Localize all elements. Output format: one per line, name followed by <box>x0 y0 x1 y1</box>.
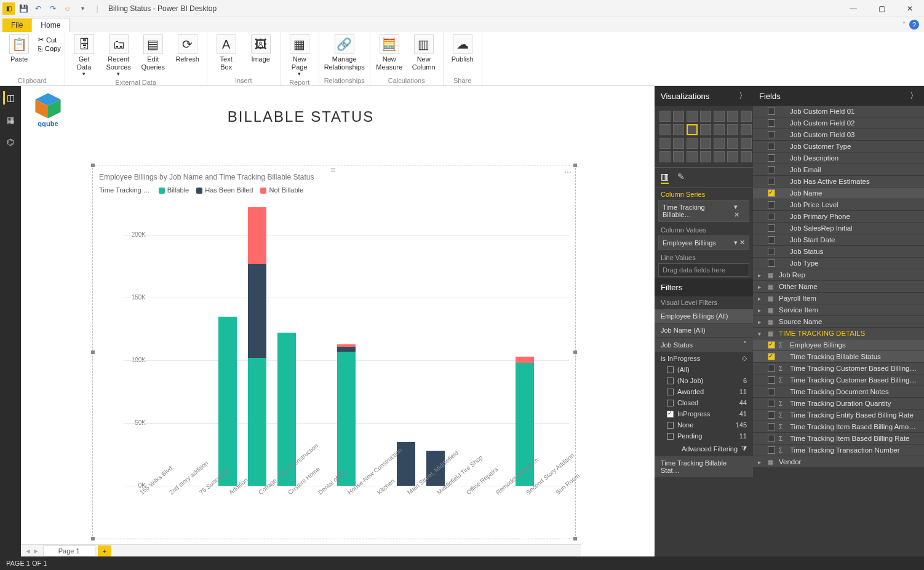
field-time-tracking-item-based-billing-rate[interactable]: ΣTime Tracking Item Based Billing Rate <box>753 433 924 444</box>
filter-time-tracking[interactable]: Time Tracking Billable Stat… <box>655 456 753 477</box>
collapse-viz-icon[interactable]: 〉 <box>739 90 747 101</box>
field-vendor[interactable]: ▸▦Vendor <box>753 456 924 467</box>
field-time-tracking-customer-based-billing-[interactable]: ΣTime Tracking Customer Based Billing… <box>753 363 924 374</box>
report-view-icon[interactable]: ◫ <box>3 91 17 105</box>
tab-file[interactable]: File <box>2 18 31 32</box>
legend-not-billable[interactable]: Not Billable <box>260 186 303 194</box>
field-job-has-active-estimates[interactable]: Job Has Active Estimates <box>753 176 924 187</box>
collapse-fields-icon[interactable]: 〉 <box>910 90 918 101</box>
recent-sources-button[interactable]: 🗂Recent Sources▾ <box>103 33 134 77</box>
field-job-name[interactable]: Job Name <box>753 188 924 199</box>
new-measure-button[interactable]: 🧮New Measure <box>374 33 405 71</box>
manage-relationships-button[interactable]: 🔗Manage Relationships <box>323 33 366 71</box>
qqube-logo: qqube <box>30 91 66 128</box>
svg-text:qqube: qqube <box>38 120 58 127</box>
filter-option-inprogress[interactable]: InProgress41 <box>655 408 753 419</box>
text-box-button[interactable]: AText Box <box>211 33 242 71</box>
field-time-tracking-billable-status[interactable]: Time Tracking Billable Status <box>753 351 924 362</box>
model-view-icon[interactable]: ⌬ <box>4 135 17 149</box>
filter-option--no-job-[interactable]: (No Job)6 <box>655 375 753 386</box>
chart-plot: 0K50K100K150K200K155 Wilks Blvd.2nd stor… <box>97 197 572 535</box>
field-job-email[interactable]: Job Email <box>753 164 924 175</box>
bar-addition[interactable] <box>218 317 237 486</box>
smiley-icon[interactable]: ☺ <box>62 2 74 15</box>
help-icon[interactable]: ? <box>909 20 919 30</box>
refresh-button[interactable]: ⟳Refresh <box>172 33 203 63</box>
bar-cottage-new-construction[interactable] <box>248 207 266 486</box>
field-time-tracking-customer-based-billing-[interactable]: ΣTime Tracking Customer Based Billing… <box>753 374 924 386</box>
image-button[interactable]: 🖼Image <box>245 33 276 63</box>
next-page-icon[interactable]: ► <box>33 547 39 555</box>
field-time-tracking-duration-quantity[interactable]: ΣTime Tracking Duration Quantity <box>753 398 924 409</box>
field-employee-billings[interactable]: ΣEmployee Billings <box>753 339 924 350</box>
field-time-tracking-item-based-billing-amou-[interactable]: ΣTime Tracking Item Based Billing Amou… <box>753 421 924 432</box>
field-job-custom-field-02[interactable]: Job Custom Field 02 <box>753 117 924 129</box>
field-job-start-date[interactable]: Job Start Date <box>753 234 924 245</box>
field-time-tracking-transaction-number[interactable]: ΣTime Tracking Transaction Number <box>753 445 924 456</box>
field-job-salesrep-initial[interactable]: Job SalesRep Initial <box>753 223 924 234</box>
field-job-custom-field-01[interactable]: Job Custom Field 01 <box>753 106 924 117</box>
viz-gallery[interactable] <box>655 106 753 167</box>
view-rail: ◫ ▦ ⌬ <box>0 86 21 556</box>
minimize-button[interactable]: — <box>839 0 867 17</box>
field-job-price-level[interactable]: Job Price Level <box>753 199 924 210</box>
field-service-item[interactable]: ▸▦Service Item <box>753 304 924 315</box>
page-tab-1[interactable]: Page 1 <box>43 545 95 556</box>
filter-option--all-[interactable]: (All) <box>655 364 753 375</box>
legend-billable[interactable]: Billable <box>159 186 189 194</box>
legend-has-been-billed[interactable]: Has Been Billed <box>196 186 253 194</box>
field-job-description[interactable]: Job Description <box>753 152 924 164</box>
remove-series-icon[interactable]: ✕ <box>734 211 739 218</box>
field-job-type[interactable]: Job Type <box>753 258 924 269</box>
filter-option-none[interactable]: None145 <box>655 419 753 430</box>
format-mode-icon[interactable]: ✎ <box>677 172 685 184</box>
field-source-name[interactable]: ▸▦Source Name <box>753 316 924 327</box>
save-icon[interactable]: 💾 <box>17 2 30 15</box>
fields-mode-icon[interactable]: ▥ <box>661 172 669 184</box>
new-column-button[interactable]: ▥New Column <box>408 33 439 71</box>
data-view-icon[interactable]: ▦ <box>4 113 17 127</box>
filter-job-name[interactable]: Job Name (All) <box>655 323 753 337</box>
copy-button[interactable]: ⎘Copy <box>38 45 61 52</box>
filter-option-closed[interactable]: Closed44 <box>655 397 753 408</box>
field-time-tracking-details[interactable]: ▾▦TIME TRACKING DETAILS <box>753 328 924 339</box>
qat-dropdown-icon[interactable]: ▾ <box>76 2 89 15</box>
well-line-values[interactable]: Drag data fields here <box>658 263 749 277</box>
field-job-primary-phone[interactable]: Job Primary Phone <box>753 211 924 222</box>
cut-button[interactable]: ✂Cut <box>38 36 61 44</box>
tab-home[interactable]: Home <box>31 18 70 32</box>
filter-option-pending[interactable]: Pending11 <box>655 430 753 441</box>
filter-employee-billings[interactable]: Employee Billings (All) <box>655 309 753 323</box>
field-other-name[interactable]: ▸▦Other Name <box>753 281 924 292</box>
advanced-filtering[interactable]: Advanced Filtering⧩ <box>655 441 753 456</box>
add-page-button[interactable]: + <box>98 545 111 556</box>
field-job-status[interactable]: Job Status <box>753 246 924 257</box>
bar-house-new-construction[interactable] <box>337 344 356 486</box>
field-job-rep[interactable]: ▸▦Job Rep <box>753 269 924 280</box>
maximize-button[interactable]: ▢ <box>867 0 896 17</box>
chart-visual[interactable]: ⋯ ☰ Employee Billings by Job Name and Ti… <box>92 165 576 539</box>
field-time-tracking-entity-based-billing-rate[interactable]: ΣTime Tracking Entity Based Billing Rate <box>753 410 924 421</box>
clear-filter-icon[interactable]: ◇ <box>742 354 747 362</box>
well-column-series[interactable]: Time Tracking Billable…▾ ✕ <box>658 200 749 222</box>
undo-icon[interactable]: ↶ <box>32 2 44 15</box>
publish-button[interactable]: ☁Publish <box>447 33 478 63</box>
collapse-ribbon-icon[interactable]: ˄ <box>902 21 906 28</box>
group-insert-label: Insert <box>211 76 276 85</box>
well-column-values[interactable]: Employee Billings▾ ✕ <box>658 236 749 250</box>
edit-queries-button[interactable]: ▤Edit Queries <box>138 33 169 71</box>
prev-page-icon[interactable]: ◄ <box>25 547 31 555</box>
filter-option-awarded[interactable]: Awarded11 <box>655 386 753 397</box>
field-payroll-item[interactable]: ▸▦Payroll Item <box>753 293 924 304</box>
paste-button[interactable]: 📋Paste <box>4 33 34 63</box>
field-job-customer-type[interactable]: Job Customer Type <box>753 141 924 152</box>
get-data-button[interactable]: 🗄Get Data▾ <box>69 33 100 77</box>
report-canvas[interactable]: qqube BILLABLE STATUS ⋯ ☰ Employee Billi… <box>21 86 581 544</box>
new-page-button[interactable]: ▦New Page▾ <box>284 33 315 77</box>
remove-values-icon[interactable]: ✕ <box>739 239 745 246</box>
field-time-tracking-document-notes[interactable]: Time Tracking Document Notes <box>753 386 924 397</box>
close-button[interactable]: ✕ <box>896 0 924 17</box>
redo-icon[interactable]: ↷ <box>47 2 59 15</box>
field-job-custom-field-03[interactable]: Job Custom Field 03 <box>753 129 924 140</box>
filter-job-status[interactable]: Job Status˄ <box>655 338 753 352</box>
